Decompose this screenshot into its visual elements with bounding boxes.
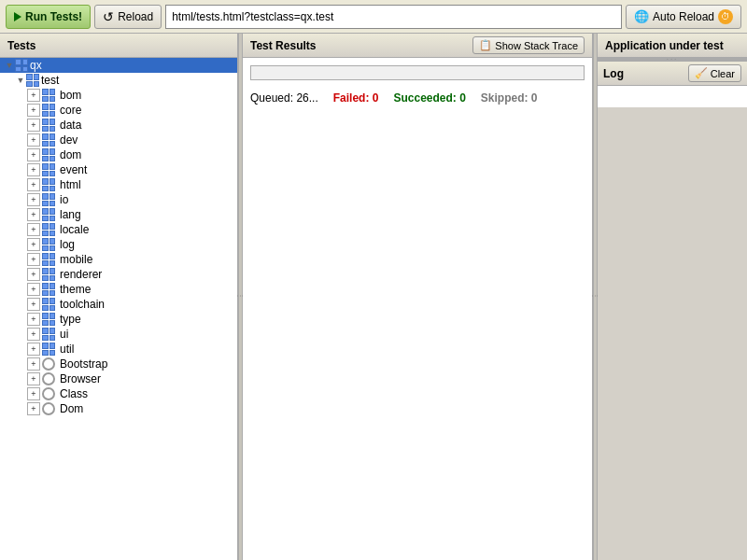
reload-button[interactable]: ↺ Reload: [94, 5, 162, 29]
expand-btn-util[interactable]: +: [27, 343, 40, 356]
stack-trace-label: Show Stack Trace: [495, 40, 578, 51]
grid-icon-renderer: [42, 268, 55, 281]
succeeded-value: 0: [459, 91, 466, 105]
tree-label-lang: lang: [60, 208, 81, 221]
reload-icon: ↺: [103, 9, 114, 24]
results-content: [243, 108, 592, 560]
results-header: Test Results 📋 Show Stack Trace: [243, 34, 592, 58]
tests-tree-container[interactable]: ▼ qx ▼ test +bom+core+data+dev+dom+event…: [0, 58, 237, 560]
tree-item-theme[interactable]: +theme: [0, 282, 237, 297]
queued-label: Queued:: [250, 91, 293, 105]
expand-btn-ui[interactable]: +: [27, 328, 40, 341]
queued-stat: Queued: 26...: [250, 91, 318, 105]
tree-item-toolchain[interactable]: +toolchain: [0, 297, 237, 312]
tree-label-event: event: [60, 163, 87, 176]
tree-item-renderer[interactable]: +renderer: [0, 267, 237, 282]
expand-btn-renderer[interactable]: +: [27, 268, 40, 281]
expand-btn-html[interactable]: +: [27, 178, 40, 191]
tests-panel: Tests ▼ qx ▼ test +bom+: [0, 34, 238, 560]
tree-label-core: core: [60, 104, 81, 117]
grid-icon-type: [42, 313, 55, 326]
tree-label-renderer: renderer: [60, 268, 102, 281]
tree-label-mobile: mobile: [60, 253, 92, 266]
clear-label: Clear: [711, 68, 735, 79]
stack-icon: 📋: [479, 39, 492, 51]
tree-item-browser[interactable]: +Browser: [0, 371, 237, 386]
tree-item-util[interactable]: +util: [0, 342, 237, 357]
grid-icon-mobile: [42, 253, 55, 266]
expand-btn-dom[interactable]: +: [27, 148, 40, 161]
tree-label-toolchain: toolchain: [60, 298, 105, 311]
expand-btn-bom[interactable]: +: [27, 89, 40, 102]
tree-label-ui: ui: [60, 328, 68, 341]
tree-item-mobile[interactable]: +mobile: [0, 252, 237, 267]
expand-btn-locale[interactable]: +: [27, 223, 40, 236]
main-container: Tests ▼ qx ▼ test +bom+: [0, 34, 747, 560]
tree-item-type[interactable]: +type: [0, 312, 237, 327]
expand-icon-qx: ▼: [4, 60, 15, 71]
tree-item-dom[interactable]: +Dom: [0, 401, 237, 416]
expand-btn-lang[interactable]: +: [27, 208, 40, 221]
tree-children: +bom+core+data+dev+dom+event+html+io+lan…: [0, 88, 237, 416]
grid-icon-util: [42, 343, 55, 356]
grid-icon-dev: [42, 133, 55, 147]
expand-btn-browser[interactable]: +: [27, 372, 40, 385]
auto-reload-button[interactable]: 🌐 Auto Reload ⏱: [626, 5, 741, 29]
run-tests-button[interactable]: Run Tests!: [6, 5, 91, 29]
tree-item-class[interactable]: +Class: [0, 386, 237, 401]
tree-label-html: html: [60, 178, 81, 191]
tree-item-test[interactable]: ▼ test: [0, 73, 237, 88]
show-stack-trace-button[interactable]: 📋 Show Stack Trace: [472, 36, 585, 54]
tree-item-core[interactable]: +core: [0, 103, 237, 118]
expand-btn-mobile[interactable]: +: [27, 253, 40, 266]
grid-icon-io: [42, 193, 55, 206]
tree-item-dom[interactable]: +dom: [0, 147, 237, 162]
tests-panel-header: Tests: [0, 34, 237, 58]
expand-btn-theme[interactable]: +: [27, 283, 40, 296]
tree-item-event[interactable]: +event: [0, 162, 237, 177]
url-input[interactable]: [165, 5, 622, 29]
tree-icon-test: [26, 74, 39, 87]
tree-item-bootstrap[interactable]: +Bootstrap: [0, 357, 237, 371]
tree-item-io[interactable]: +io: [0, 192, 237, 207]
expand-btn-core[interactable]: +: [27, 104, 40, 117]
expand-icon-test: ▼: [15, 75, 26, 86]
grid-icon-dom: [42, 148, 55, 161]
tree-label-dom: dom: [60, 148, 81, 161]
tree-label-dom: Dom: [60, 402, 83, 415]
tree-item-log[interactable]: +log: [0, 237, 237, 252]
expand-btn-dom[interactable]: +: [27, 402, 40, 415]
expand-btn-io[interactable]: +: [27, 193, 40, 206]
clear-button[interactable]: 🧹 Clear: [688, 64, 741, 82]
expand-btn-class[interactable]: +: [27, 387, 40, 400]
tree-item-html[interactable]: +html: [0, 177, 237, 192]
expand-btn-bootstrap[interactable]: +: [27, 357, 40, 371]
auto-reload-icon: 🌐: [634, 9, 649, 23]
expand-btn-log[interactable]: +: [27, 238, 40, 251]
expand-btn-dev[interactable]: +: [27, 133, 40, 147]
results-title: Test Results: [250, 39, 316, 52]
tree-item-ui[interactable]: +ui: [0, 327, 237, 342]
grid-icon-bom: [42, 89, 55, 102]
eraser-icon: 🧹: [695, 67, 708, 79]
tree-item-locale[interactable]: +locale: [0, 222, 237, 237]
tree-item-bom[interactable]: +bom: [0, 88, 237, 103]
tree-item-qx[interactable]: ▼ qx: [0, 58, 237, 73]
grid-icon-log: [42, 238, 55, 251]
tree-item-dev[interactable]: +dev: [0, 133, 237, 147]
grid-icon-data: [42, 119, 55, 132]
log-title: Log: [603, 67, 624, 80]
succeeded-label: Succeeded:: [393, 91, 456, 105]
expand-btn-type[interactable]: +: [27, 313, 40, 326]
expand-btn-event[interactable]: +: [27, 163, 40, 176]
expand-btn-data[interactable]: +: [27, 119, 40, 132]
grid-icon-core: [42, 104, 55, 117]
expand-btn-toolchain[interactable]: +: [27, 298, 40, 311]
succeeded-stat: Succeeded: 0: [393, 91, 465, 105]
tree-label-log: log: [60, 238, 75, 251]
skipped-value: 0: [531, 91, 538, 105]
grid-icon-theme: [42, 283, 55, 296]
tree-item-lang[interactable]: +lang: [0, 207, 237, 222]
tree-label-browser: Browser: [60, 372, 101, 385]
tree-item-data[interactable]: +data: [0, 118, 237, 133]
